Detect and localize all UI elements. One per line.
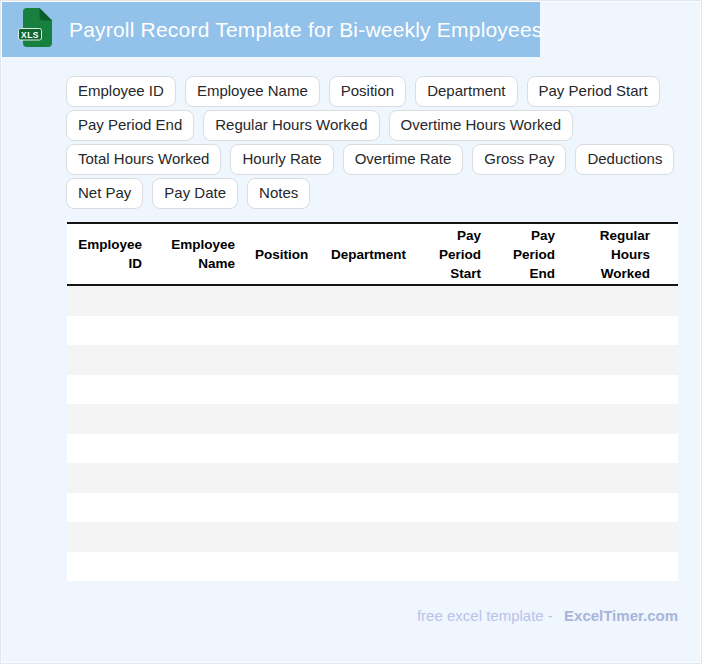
table-header-row: Employee ID Employee Name Position Depar… (67, 223, 678, 285)
chip-regular-hours-worked[interactable]: Regular Hours Worked (203, 110, 379, 141)
chip-overtime-rate[interactable]: Overtime Rate (343, 144, 464, 175)
page-title: Payroll Record Template for Bi-weekly Em… (69, 18, 543, 42)
chip-total-hours-worked[interactable]: Total Hours Worked (66, 144, 221, 175)
table-row (67, 463, 678, 493)
chip-pay-date[interactable]: Pay Date (152, 178, 238, 209)
chip-notes[interactable]: Notes (247, 178, 310, 209)
chip-net-pay[interactable]: Net Pay (66, 178, 143, 209)
col-header-position: Position (245, 223, 316, 285)
chip-pay-period-start[interactable]: Pay Period Start (527, 76, 660, 107)
table-row (67, 285, 678, 316)
col-header-pay-period-start: Pay Period Start (416, 223, 491, 285)
chip-row: Total Hours Worked Hourly Rate Overtime … (66, 144, 678, 175)
table-row (67, 345, 678, 375)
template-preview-table: Employee ID Employee Name Position Depar… (67, 222, 678, 581)
col-header-employee-id: Employee ID (67, 223, 152, 285)
col-header-regular-hours-worked: Regular Hours Worked (565, 223, 678, 285)
chip-row: Employee ID Employee Name Position Depar… (66, 76, 678, 107)
table-row (67, 552, 678, 582)
chip-deductions[interactable]: Deductions (575, 144, 674, 175)
chip-row: Net Pay Pay Date Notes (66, 178, 678, 209)
title-banner: XLS Payroll Record Template for Bi-weekl… (2, 2, 540, 57)
chip-row: Pay Period End Regular Hours Worked Over… (66, 110, 678, 141)
table-row (67, 375, 678, 405)
empty-rows (67, 285, 678, 581)
chip-gross-pay[interactable]: Gross Pay (472, 144, 566, 175)
xls-file-icon: XLS (18, 7, 54, 53)
xls-badge-label: XLS (21, 29, 39, 39)
footer-brand-link[interactable]: ExcelTimer.com (564, 607, 678, 624)
table-row (67, 493, 678, 523)
table-row (67, 316, 678, 346)
field-chip-list: Employee ID Employee Name Position Depar… (66, 76, 678, 212)
chip-overtime-hours-worked[interactable]: Overtime Hours Worked (389, 110, 574, 141)
table-row (67, 522, 678, 552)
col-header-department: Department (316, 223, 416, 285)
table-row (67, 434, 678, 464)
table-row (67, 404, 678, 434)
chip-employee-name[interactable]: Employee Name (185, 76, 320, 107)
col-header-employee-name: Employee Name (152, 223, 245, 285)
footer: free excel template - ExcelTimer.com (67, 606, 678, 626)
chip-pay-period-end[interactable]: Pay Period End (66, 110, 194, 141)
chip-position[interactable]: Position (329, 76, 406, 107)
chip-department[interactable]: Department (415, 76, 517, 107)
page: XLS Payroll Record Template for Bi-weekl… (0, 0, 702, 664)
footer-caption: free excel template - (417, 607, 553, 624)
chip-hourly-rate[interactable]: Hourly Rate (230, 144, 333, 175)
chip-employee-id[interactable]: Employee ID (66, 76, 176, 107)
col-header-pay-period-end: Pay Period End (491, 223, 565, 285)
